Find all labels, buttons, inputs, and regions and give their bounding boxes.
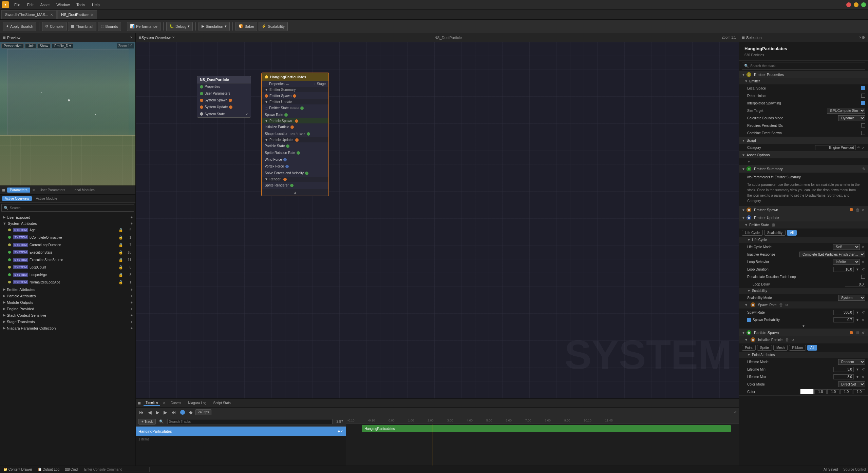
params-tab-local[interactable]: Local Modules — [70, 188, 97, 193]
timeline-close[interactable]: ✕ — [163, 401, 166, 405]
spawn-rate-row[interactable]: Spawn Rate — [262, 112, 328, 118]
baker-button[interactable]: 🍞 Baker — [235, 22, 258, 31]
tab-sword[interactable]: SwordInTheStone_MAS... ✕ — [1, 10, 57, 19]
lifetime-max-input[interactable] — [833, 374, 854, 379]
emitter-spawn-row[interactable]: Emitter Spawn — [262, 93, 328, 99]
emitter-update-header-right[interactable]: ▼ ⬟ Emitter Update — [739, 214, 868, 221]
niagara-param-header[interactable]: ▶ Niagara Parameter Collection + — [1, 325, 134, 331]
tab-ns-dust[interactable]: NS_DustParticle ✕ — [57, 10, 97, 19]
particle-attrs-header[interactable]: ▶ Particle Attributes + — [1, 293, 134, 299]
source-control-btn[interactable]: Source Control — [843, 468, 866, 471]
menu-help[interactable]: Help — [91, 2, 101, 7]
init-particle-sub-header[interactable]: ▼ ⬟ Initialize Particle 🗑 ↺ — [739, 336, 868, 343]
simulation-button[interactable]: ▶ Simulation ▾ — [199, 22, 229, 31]
emitter-spawn-header-right[interactable]: ▼ ⬟ Emitter Spawn 🗑 ↺ — [739, 206, 868, 214]
ns-user-params-row[interactable]: User Parameters — [197, 90, 251, 97]
spawn-prob-reset2[interactable]: ↺ — [861, 318, 865, 322]
ribbon-tab[interactable]: Ribbon — [789, 345, 806, 351]
color-b-input[interactable] — [840, 389, 852, 394]
lifetime-min-input[interactable] — [833, 367, 854, 372]
spawn-prob-reset[interactable]: ▼ — [855, 318, 860, 322]
category-input[interactable] — [815, 145, 856, 150]
spawnrate-reset2[interactable]: ↺ — [861, 311, 865, 314]
scalability-sub-header[interactable]: ▼ Scalability — [739, 288, 868, 294]
loop-behavior-reset[interactable]: ↺ — [861, 260, 865, 264]
loop-duration-input[interactable] — [833, 267, 854, 272]
stack-context-header[interactable]: ▶ Stack Context Sensitive + — [1, 312, 134, 318]
params-tab-close[interactable]: ✕ — [32, 188, 35, 192]
window-maximize[interactable] — [854, 2, 858, 7]
ns-dust-node[interactable]: NS_DustParticle Properties User Paramete… — [197, 76, 251, 118]
recalculate-checkbox[interactable] — [861, 275, 865, 279]
scalability-tab[interactable]: Scalability — [764, 230, 786, 236]
stage-transients-add[interactable]: + — [131, 320, 133, 324]
lifecycle-mode-dropdown[interactable]: Self — [833, 244, 860, 250]
color-a-input[interactable] — [853, 389, 865, 394]
emitter-state-sub-header[interactable]: ▼ Emitter State 🗑 — [739, 221, 868, 229]
console-input[interactable] — [82, 467, 150, 472]
system-overview-close[interactable]: ✕ — [172, 36, 175, 39]
tl-play-btn[interactable]: ▶ — [154, 409, 161, 416]
spawn-rate-expand[interactable]: ▼ — [739, 323, 868, 329]
tl-expand-btn[interactable]: ⤢ — [734, 410, 737, 414]
emitter-spawn-delete[interactable]: 🗑 — [856, 208, 860, 212]
init-particle-row[interactable]: Initialize Particle — [262, 124, 328, 131]
script-header[interactable]: ▼ Script — [739, 137, 868, 144]
combine-event-checkbox[interactable] — [861, 131, 865, 135]
ns-dust-node-header[interactable]: NS_DustParticle — [197, 76, 251, 83]
node-collapse-btn[interactable]: ▲ — [262, 189, 328, 196]
particle-state-row[interactable]: Particle State — [262, 143, 328, 150]
init-particle-delete[interactable]: 🗑 — [785, 337, 789, 342]
emitter-state-delete[interactable]: 🗑 — [772, 222, 776, 227]
emitter-attrs-header[interactable]: ▶ Emitter Attributes + — [1, 287, 134, 292]
tl-prev-btn[interactable]: ⏮ — [138, 409, 145, 416]
emitter-summary-header-right[interactable]: ▼ ≡ Emitter Summary ✎ — [739, 165, 868, 173]
interpolated-checkbox[interactable] — [861, 101, 865, 105]
profile-btn[interactable]: Profile_D ▾ — [52, 43, 73, 48]
track-hp-vis[interactable]: ✓ — [340, 429, 343, 433]
mesh-tab[interactable]: Mesh — [773, 345, 788, 351]
params-tab-user[interactable]: User Parameters — [37, 188, 68, 193]
particle-spawn-refresh[interactable]: ↺ — [861, 331, 865, 335]
content-drawer-btn[interactable]: 📁 Content Drawer — [2, 467, 34, 472]
particle-spawn-header-right[interactable]: ▼ ⬟ Particle Spawn 🗑 ↺ — [739, 329, 868, 336]
lifecycle-mode-reset[interactable]: ↺ — [861, 245, 865, 249]
particle-spawn-delete[interactable]: 🗑 — [856, 330, 860, 335]
sprite-rotation-row[interactable]: Sprite Rotation Rate — [262, 150, 328, 156]
timeline-tab[interactable]: Timeline — [144, 400, 160, 406]
menu-tools[interactable]: Tools — [75, 2, 87, 7]
user-exposed-header[interactable]: ▶ User Exposed + — [1, 214, 134, 220]
compile-button[interactable]: ⚙ Compile — [42, 22, 67, 31]
track-hanging-particulates[interactable]: HangingParticulates ◆ ✓ — [136, 427, 346, 436]
cmd-btn[interactable]: ⌨ Cmd — [63, 467, 79, 472]
color-r-input[interactable] — [814, 389, 827, 394]
particle-attrs-add[interactable]: + — [131, 294, 133, 298]
tl-keyframe-btn[interactable]: ◆ — [188, 409, 194, 416]
lifetime-min-reset2[interactable]: ↺ — [861, 368, 865, 371]
lifecycle-sub-header[interactable]: ▼ Life Cycle — [739, 237, 868, 243]
sprite-renderer-row[interactable]: Sprite Renderer — [262, 182, 328, 189]
menu-file[interactable]: File — [13, 2, 22, 7]
determinism-checkbox[interactable] — [861, 94, 865, 98]
emitter-sub-header[interactable]: ▼ Emitter — [739, 78, 868, 84]
apply-scratch-button[interactable]: ✦ Apply Scratch — [3, 22, 36, 31]
module-outputs-header[interactable]: ▶ Module Outputs + — [1, 299, 134, 305]
niagara-log-tab[interactable]: Niagara Log — [186, 400, 208, 406]
spawn-rate-refresh[interactable]: ↺ — [785, 303, 789, 307]
lifetime-max-reset2[interactable]: ↺ — [861, 375, 865, 379]
tl-loop-btn[interactable] — [180, 410, 185, 415]
emitter-summary-edit[interactable]: ✎ — [862, 167, 865, 171]
render-section[interactable]: ▼ Render — [262, 177, 328, 182]
inactive-response-dropdown[interactable]: Complete (Let Particles Finish then... — [799, 252, 865, 257]
unit-btn[interactable]: Unit — [25, 43, 36, 48]
hanging-node[interactable]: ⬟ HangingParticulates ☰ Properties ▪▪▪ +… — [261, 73, 329, 196]
stage-transients-header[interactable]: ▶ Stage Transients + — [1, 319, 134, 324]
emitter-summary-section[interactable]: ▼ Emitter Summary — [262, 87, 328, 93]
spawnrate-reset[interactable]: ▼ — [855, 311, 860, 314]
spawn-prob-input[interactable] — [833, 317, 854, 322]
category-reset[interactable]: ↶ — [856, 146, 861, 150]
menu-edit[interactable]: Edit — [26, 2, 35, 7]
curves-tab[interactable]: Curves — [168, 400, 183, 406]
lifecycle-tab[interactable]: Life Cycle — [742, 230, 763, 236]
show-btn[interactable]: Show — [37, 43, 51, 48]
